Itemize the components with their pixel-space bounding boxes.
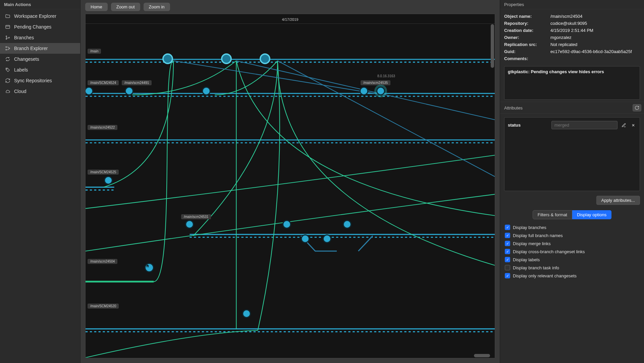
folder-icon	[5, 13, 11, 19]
labels-icon	[5, 67, 11, 73]
changeset-node[interactable]	[360, 87, 368, 95]
changeset-node[interactable]	[301, 234, 310, 243]
display-option-label: Display labels	[513, 257, 540, 262]
display-option-label: Display full branch names	[513, 233, 563, 238]
edit-attribute-icon[interactable]	[621, 122, 627, 128]
comments-box[interactable]: gtkplastic: Pending changes view hides e…	[504, 66, 640, 100]
changeset-node[interactable]	[162, 53, 173, 64]
property-label: Guid:	[504, 49, 548, 54]
property-row: Repository:codice@skull:9095	[504, 20, 640, 27]
checkbox[interactable]	[505, 265, 510, 270]
changeset-node[interactable]	[185, 220, 194, 229]
sidebar-item-label: Cloud	[14, 89, 26, 94]
property-row: Creation date:4/15/2019 2:51:44 PM	[504, 27, 640, 34]
branch-label[interactable]: /main/scm24491	[122, 80, 152, 85]
svg-point-6	[9, 48, 10, 49]
changeset-node[interactable]	[282, 220, 291, 229]
sidebar-item-label: Changesets	[14, 56, 39, 62]
branch-label[interactable]: /main/scm24522	[88, 125, 117, 130]
property-row: Comments:	[504, 55, 640, 62]
tab-filters-format[interactable]: Filters & format	[533, 210, 572, 219]
pending-icon	[5, 24, 11, 30]
branch-explorer-canvas[interactable]: 4/17/2019	[85, 14, 495, 358]
branch-label[interactable]: /main/SCM24525	[88, 170, 119, 175]
svg-point-1	[6, 36, 7, 37]
sidebar-header: Main Actions	[0, 0, 80, 9]
vertical-scrollbar[interactable]	[491, 24, 494, 353]
svg-point-3	[9, 37, 10, 38]
changeset-node[interactable]	[104, 176, 113, 185]
sidebar-item-branches[interactable]: Branches	[0, 32, 80, 43]
main-area: Home Zoom out Zoom in 4/17/2019	[80, 0, 500, 363]
property-row: Replication src:Not replicated	[504, 41, 640, 48]
sidebar: Main Actions Workspace ExplorerPending C…	[0, 0, 80, 363]
sidebar-item-cloud[interactable]: Cloud	[0, 86, 80, 97]
changesets-icon	[5, 56, 11, 62]
tab-display-options[interactable]: Display options	[572, 210, 611, 219]
property-value: Not replicated	[550, 42, 640, 47]
changeset-node[interactable]	[242, 309, 251, 318]
changeset-node[interactable]	[125, 87, 133, 95]
svg-line-23	[278, 61, 495, 177]
changeset-node[interactable]	[260, 53, 270, 64]
branch-label[interactable]: /main/scm24531	[181, 214, 211, 219]
attribute-name: status	[508, 123, 548, 128]
sidebar-item-label: Labels	[14, 67, 28, 73]
checkbox[interactable]	[505, 241, 510, 246]
property-value: mgonzalez	[550, 35, 640, 40]
changeset-node[interactable]	[343, 220, 352, 229]
display-option-label: Display cross-branch changeset links	[513, 249, 585, 254]
checkbox[interactable]	[505, 257, 510, 262]
home-button[interactable]: Home	[85, 3, 108, 11]
checkbox[interactable]	[505, 273, 510, 278]
branch-label[interactable]: /main/SCM24520	[88, 304, 119, 309]
zoom-in-button[interactable]: Zoom in	[144, 3, 170, 11]
home-changeset-node[interactable]	[145, 263, 154, 272]
sidebar-item-label: Pending Changes	[14, 24, 51, 30]
display-option-label: Display merge links	[513, 241, 551, 246]
sidebar-item-label: Branches	[14, 35, 34, 40]
property-value: ec17e592-d9ac-4536-b6cd-3a20aab5a25f	[550, 49, 640, 54]
cloud-icon	[5, 88, 11, 94]
changeset-node[interactable]	[202, 87, 211, 95]
svg-point-2	[6, 39, 7, 40]
property-value: codice@skull:9095	[550, 21, 640, 26]
branch-label[interactable]: /main	[88, 49, 101, 54]
apply-attributes-button[interactable]: Apply attributes...	[596, 196, 640, 205]
sidebar-item-labels[interactable]: Labels	[0, 64, 80, 75]
branch-explorer-icon	[5, 45, 11, 51]
sidebar-item-pending-changes[interactable]: Pending Changes	[0, 21, 80, 32]
remove-attribute-icon[interactable]	[630, 122, 636, 128]
changeset-node-selected[interactable]	[376, 87, 385, 95]
attributes-body: status	[504, 117, 640, 191]
refresh-attributes-button[interactable]	[633, 104, 641, 111]
display-option-row: Display merge links	[505, 239, 639, 247]
right-panel: Properties Object name:/main/scm24504Rep…	[500, 0, 644, 363]
property-row: Guid:ec17e592-d9ac-4536-b6cd-3a20aab5a25…	[504, 48, 640, 55]
branch-label[interactable]: /main/scm24504	[88, 259, 117, 264]
attributes-header: Attributes	[504, 105, 523, 110]
checkbox[interactable]	[505, 233, 510, 238]
attribute-value-input[interactable]	[551, 121, 618, 129]
sidebar-item-sync-repositories[interactable]: Sync Repositories	[0, 75, 80, 86]
sidebar-item-changesets[interactable]: Changesets	[0, 54, 80, 64]
checkbox[interactable]	[505, 249, 510, 254]
display-option-label: Display branch task info	[513, 265, 559, 270]
sidebar-item-branch-explorer[interactable]: Branch Explorer	[0, 43, 80, 54]
property-label: Replication src:	[504, 42, 548, 47]
zoom-out-button[interactable]: Zoom out	[111, 3, 140, 11]
toolbar: Home Zoom out Zoom in	[80, 0, 500, 14]
branches-icon	[5, 35, 11, 41]
changeset-node[interactable]	[323, 234, 331, 243]
branch-label[interactable]: /main/scm24535	[361, 80, 390, 85]
property-row: Object name:/main/scm24504	[504, 13, 640, 20]
property-label: Object name:	[504, 14, 548, 19]
display-option-row: Display labels	[505, 256, 639, 264]
checkbox[interactable]	[505, 225, 510, 230]
changeset-node[interactable]	[221, 53, 232, 64]
branch-label[interactable]: /main/SCM24524	[88, 80, 119, 85]
sidebar-item-workspace-explorer[interactable]: Workspace Explorer	[0, 11, 80, 21]
sync-icon	[5, 78, 11, 84]
horizontal-scrollbar[interactable]	[90, 354, 490, 357]
date-header: 4/17/2019	[86, 14, 495, 24]
